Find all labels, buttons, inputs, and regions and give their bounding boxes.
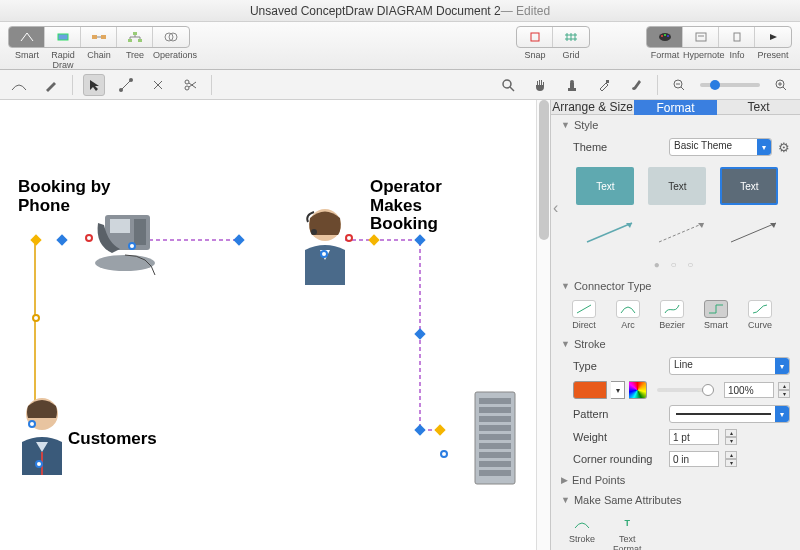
svg-rect-0 [58, 34, 68, 40]
edit-points-icon[interactable] [115, 74, 137, 96]
svg-point-21 [503, 80, 511, 88]
svg-rect-16 [734, 33, 740, 41]
svg-rect-4 [133, 32, 137, 35]
section-connector[interactable]: ▼Connector Type [551, 276, 800, 296]
zoom-slider[interactable] [700, 83, 760, 87]
stamp-tool-icon[interactable] [561, 74, 583, 96]
svg-point-19 [185, 80, 189, 84]
connector-tool-icon[interactable] [8, 74, 30, 96]
search-icon[interactable] [497, 74, 519, 96]
tab-format[interactable]: Format [634, 100, 717, 115]
opacity-field[interactable]: 100% [724, 382, 774, 398]
style-swatch-3[interactable]: Text [720, 167, 778, 205]
opacity-stepper[interactable]: ▴▾ [778, 382, 790, 398]
doc-title: Unsaved ConceptDraw DIAGRAM Document 2 [250, 4, 501, 18]
svg-point-20 [185, 86, 189, 90]
section-style[interactable]: ▼Style [551, 115, 800, 135]
stroke-color-dropdown[interactable]: ▾ [611, 381, 625, 399]
svg-line-29 [681, 87, 684, 90]
section-endpoints[interactable]: ▶End Points [551, 470, 800, 490]
connector-curve[interactable]: Curve [741, 300, 779, 330]
make-same-stroke[interactable]: Stroke [569, 514, 595, 550]
hand-tool-icon[interactable] [529, 74, 551, 96]
svg-rect-26 [606, 80, 609, 83]
svg-line-33 [783, 87, 786, 90]
pattern-select[interactable]: ▾ [669, 405, 790, 423]
opacity-slider[interactable] [657, 388, 714, 392]
svg-point-11 [661, 35, 663, 37]
corner-field[interactable]: 0 in [669, 451, 719, 467]
svg-rect-35 [110, 219, 130, 233]
eyedropper-icon[interactable] [593, 74, 615, 96]
mode-group: Smart Rapid Draw Chain Tree Operations [8, 26, 190, 70]
zoom-in-icon[interactable] [770, 74, 792, 96]
svg-point-17 [119, 88, 123, 92]
style-swatch-1[interactable]: Text [576, 167, 634, 205]
doc-edited: — Edited [501, 4, 550, 18]
stroke-color-chip[interactable] [573, 381, 607, 399]
svg-rect-43 [479, 398, 511, 404]
svg-rect-23 [568, 88, 576, 91]
arrow-tool-icon[interactable] [83, 74, 105, 96]
info-button[interactable] [719, 27, 755, 47]
mode-tree[interactable] [117, 27, 153, 47]
snap-button[interactable] [517, 27, 553, 47]
theme-select[interactable]: Basic Theme▾ [669, 138, 772, 156]
svg-rect-14 [696, 33, 706, 41]
corner-stepper[interactable]: ▴▾ [725, 451, 737, 467]
page-dots[interactable]: ● ○ ○ [551, 257, 800, 276]
vertical-scrollbar[interactable] [536, 100, 550, 550]
pen-tool-icon[interactable] [40, 74, 62, 96]
canvas[interactable]: Booking by Phone Operator Makes Booking … [0, 100, 550, 550]
svg-point-18 [129, 78, 133, 82]
arrow-style-3[interactable] [726, 217, 784, 247]
label-customers[interactable]: Customers [68, 430, 157, 449]
svg-rect-45 [479, 416, 511, 422]
color-picker-icon[interactable] [629, 381, 647, 399]
connector-direct[interactable]: Direct [565, 300, 603, 330]
brush-icon[interactable] [625, 74, 647, 96]
mode-operations[interactable] [153, 27, 189, 47]
connector-bezier[interactable]: Bezier [653, 300, 691, 330]
make-same-text[interactable]: TText Format [613, 514, 642, 550]
hypernote-button[interactable] [683, 27, 719, 47]
format-panel-button[interactable] [647, 27, 683, 47]
weight-field[interactable]: 1 pt [669, 429, 719, 445]
svg-rect-9 [531, 33, 539, 41]
svg-rect-2 [101, 35, 106, 39]
tab-text[interactable]: Text [717, 100, 800, 115]
svg-rect-44 [479, 407, 511, 413]
tab-arrange[interactable]: Arrange & Size [551, 100, 634, 115]
label-operator[interactable]: Operator Makes Booking [370, 178, 442, 234]
node-operator[interactable] [290, 200, 360, 292]
mode-smart[interactable] [9, 27, 45, 47]
secondary-toolbar [0, 70, 800, 100]
arrow-style-1[interactable] [582, 217, 640, 247]
section-make-same[interactable]: ▼Make Same Attributes [551, 490, 800, 510]
mode-chain[interactable] [81, 27, 117, 47]
svg-rect-5 [128, 39, 132, 42]
style-swatch-2[interactable]: Text [648, 167, 706, 205]
section-stroke[interactable]: ▼Stroke [551, 334, 800, 354]
svg-point-12 [664, 34, 666, 36]
arrow-style-2[interactable] [654, 217, 712, 247]
gear-icon[interactable]: ⚙ [778, 140, 790, 155]
stroke-type-select[interactable]: Line▾ [669, 357, 790, 375]
weight-stepper[interactable]: ▴▾ [725, 429, 737, 445]
svg-line-54 [731, 223, 776, 242]
mode-rapid-draw[interactable] [45, 27, 81, 47]
svg-line-53 [659, 223, 704, 242]
svg-rect-47 [479, 434, 511, 440]
grid-button[interactable] [553, 27, 589, 47]
zoom-out-icon[interactable] [668, 74, 690, 96]
svg-rect-48 [479, 443, 511, 449]
node-server[interactable] [470, 390, 520, 492]
svg-rect-46 [479, 425, 511, 431]
anchor-tool-icon[interactable] [147, 74, 169, 96]
connector-arc[interactable]: Arc [609, 300, 647, 330]
present-button[interactable] [755, 27, 791, 47]
node-customer[interactable] [10, 390, 75, 482]
connector-smart[interactable]: Smart [697, 300, 735, 330]
chevron-left-icon[interactable]: ‹ [551, 199, 560, 217]
scissors-icon[interactable] [179, 74, 201, 96]
